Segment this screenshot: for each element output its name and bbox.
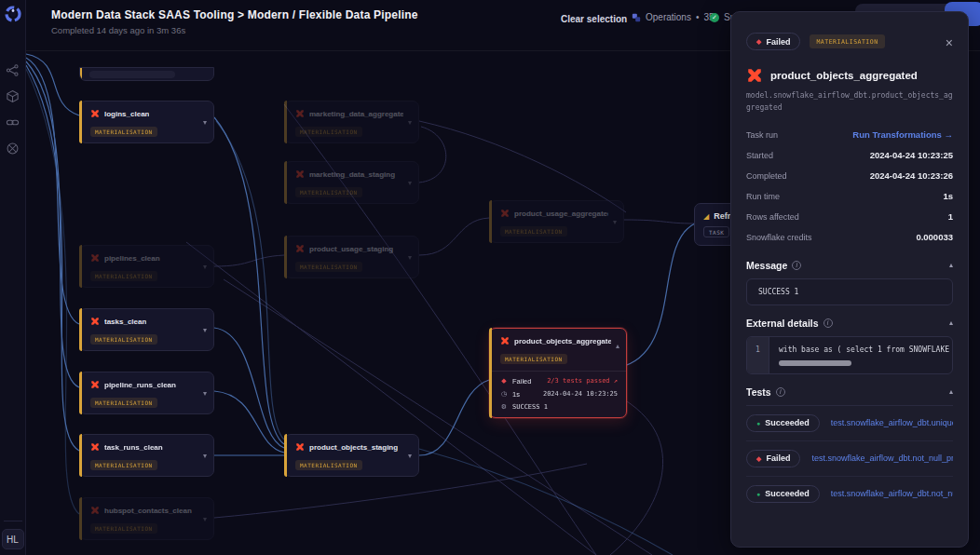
- node-stripe: [79, 372, 82, 414]
- dag-node-pipeline-runs-clean[interactable]: pipeline_runs_clean MATERIALISATION ▾: [79, 372, 214, 414]
- dbt-icon: [90, 442, 100, 452]
- message-section: Message i ▴ SUCCESS 1: [746, 260, 953, 305]
- chevron-down-icon[interactable]: ▾: [203, 118, 207, 127]
- failed-diamond-icon: ◆: [756, 455, 761, 462]
- materialisation-badge: MATERIALISATION: [295, 262, 362, 272]
- chevron-down-icon[interactable]: ▾: [408, 179, 412, 187]
- operations-label: Operations: [646, 12, 691, 22]
- info-icon[interactable]: i: [823, 318, 833, 328]
- chevron-down-icon[interactable]: ▾: [408, 452, 412, 460]
- materialisation-badge: MATERIALISATION: [500, 354, 567, 364]
- operations-counter[interactable]: Operations • 35: [632, 12, 715, 22]
- sql-code-box: 1 with base as ( select 1 from SNOWFLAKE: [746, 336, 953, 374]
- external-details-section: External details i ▴ 1 with base as ( se…: [746, 318, 953, 374]
- dag-node-product-objects-aggregated-selected[interactable]: product_objects_aggregated ▴ MATERIALISA…: [489, 328, 627, 418]
- settings-wheel-icon[interactable]: [6, 142, 20, 156]
- node-label: hubspot_contacts_clean: [104, 507, 192, 515]
- failed-diamond-icon: ◆: [500, 377, 508, 385]
- dag-node-marketing-data-aggregated[interactable]: marketing_data_aggregated MATERIALISATIO…: [284, 101, 419, 143]
- materialisation-badge: MATERIALISATION: [295, 127, 362, 137]
- test-link[interactable]: test.snowflake_airflow_dbt.not_null_pr: [831, 489, 953, 498]
- collapse-icon[interactable]: ▴: [949, 261, 953, 269]
- details-panel: ◆ Failed MATERIALISATION × product_objec…: [730, 11, 969, 548]
- gear-icon: ⚙: [500, 403, 508, 411]
- node-stripe: [284, 236, 287, 278]
- success-check-icon: ✓: [710, 13, 719, 22]
- node-label: logins_clean: [104, 110, 149, 118]
- dag-node-product-usage-staging[interactable]: product_usage_staging MATERIALISATION ▾: [284, 236, 419, 278]
- panel-title: product_objects_aggregated: [770, 70, 918, 81]
- info-icon[interactable]: i: [776, 387, 785, 397]
- dbt-icon: [295, 109, 305, 118]
- chevron-down-icon[interactable]: ▾: [408, 118, 412, 127]
- panel-model-path: model.snowflake_airflow_dbt.product_obje…: [746, 90, 955, 115]
- clock-icon: ◷: [500, 390, 508, 398]
- node-runtime: 1s: [512, 390, 520, 399]
- dag-node-partial[interactable]: [79, 67, 214, 81]
- field-row-rows-affected: Rows affected 1: [746, 207, 953, 227]
- dag-node-product-usage-aggregated[interactable]: product_usage_aggregated MATERIALISATION…: [489, 200, 624, 243]
- line-number: 1: [747, 337, 769, 373]
- products-cube-icon[interactable]: [6, 89, 20, 103]
- chevron-down-icon[interactable]: ▾: [613, 218, 617, 226]
- dag-node-marketing-data-staging[interactable]: marketing_data_staging MATERIALISATION ▾: [284, 161, 419, 204]
- dag-node-product-objects-staging[interactable]: product_objects_staging MATERIALISATION …: [284, 434, 419, 477]
- node-status-row: ◆ Failed 2/3 tests passed ↗: [490, 374, 626, 387]
- node-label: task_runs_clean: [104, 443, 163, 452]
- dbt-icon: [295, 169, 305, 179]
- run-transformations-link[interactable]: Run Transformations →: [852, 129, 953, 140]
- materialisation-badge: MATERIALISATION: [295, 187, 362, 197]
- node-message-row: ⚙ SUCCESS 1: [490, 400, 626, 413]
- test-row: ◆ Failed test.snowflake_airflow_dbt.not_…: [746, 441, 953, 477]
- collapse-icon[interactable]: ▴: [949, 318, 953, 327]
- node-stripe: [489, 328, 492, 418]
- tests-section-title: Tests: [746, 386, 771, 398]
- node-label: marketing_data_aggregated: [309, 110, 403, 118]
- arrow-up-right-icon: ↗: [614, 377, 618, 385]
- node-runtime-row: ◷ 1s 2024-04-24 10:23:25: [490, 387, 626, 400]
- node-stripe: [79, 101, 82, 143]
- user-avatar[interactable]: HL: [2, 529, 24, 549]
- sidebar: HL: [0, 0, 26, 555]
- field-row-started: Started 2024-04-24 10:23:25: [746, 145, 953, 166]
- task-logo-icon: ◢: [703, 212, 709, 221]
- test-link[interactable]: test.snowflake_airflow_dbt.not_null_pr: [811, 453, 953, 463]
- chevron-down-icon[interactable]: ▾: [203, 515, 207, 523]
- succeeded-dot-icon: ●: [756, 420, 760, 426]
- integrations-link-icon[interactable]: [6, 115, 20, 129]
- chevron-down-icon[interactable]: ▾: [203, 389, 207, 398]
- dag-node-pipelines-clean[interactable]: pipelines_clean MATERIALISATION ▾: [79, 245, 214, 288]
- node-stripe: [79, 308, 82, 351]
- dbt-icon: [90, 380, 100, 389]
- chevron-down-icon[interactable]: ▾: [203, 326, 207, 334]
- horizontal-scrollbar[interactable]: [779, 360, 851, 366]
- chevron-down-icon[interactable]: ▾: [408, 253, 412, 262]
- test-status-badge: ◆ Failed: [746, 450, 800, 467]
- app-logo-icon[interactable]: [5, 6, 21, 22]
- collapse-icon[interactable]: ▴: [949, 387, 953, 396]
- pipelines-graph-icon[interactable]: [6, 63, 20, 77]
- dag-node-tasks-clean[interactable]: tasks_clean MATERIALISATION ▾: [79, 308, 214, 351]
- collapse-icon[interactable]: ▴: [616, 342, 619, 350]
- field-row-run-time: Run time 1s: [746, 186, 953, 207]
- node-status-label: Failed: [512, 377, 531, 386]
- dbt-icon: [90, 109, 100, 118]
- node-message: SUCCESS 1: [512, 403, 548, 411]
- chevron-down-icon[interactable]: ▾: [203, 263, 207, 271]
- dag-node-task-runs-clean[interactable]: task_runs_clean MATERIALISATION ▾: [79, 434, 214, 477]
- materialisation-badge: MATERIALISATION: [500, 226, 567, 237]
- chevron-down-icon[interactable]: ▾: [203, 452, 207, 460]
- materialisation-badge: MATERIALISATION: [90, 523, 157, 534]
- close-icon[interactable]: ×: [946, 36, 953, 49]
- dag-node-hubspot-contacts-clean[interactable]: hubspot_contacts_clean MATERIALISATION ▾: [79, 497, 214, 540]
- panel-fields: Task run Run Transformations → Started 2…: [746, 125, 953, 248]
- materialisation-badge: MATERIALISATION: [90, 271, 157, 281]
- node-divider: [490, 371, 626, 372]
- clear-selection-button[interactable]: Clear selection: [561, 14, 627, 24]
- tests-summary-link[interactable]: 2/3 tests passed ↗: [547, 377, 618, 385]
- status-badge: ◆ Failed: [746, 33, 800, 50]
- node-stripe: [284, 101, 287, 143]
- dag-node-logins-clean[interactable]: logins_clean MATERIALISATION ▾: [79, 101, 214, 143]
- info-icon[interactable]: i: [792, 261, 801, 270]
- test-link[interactable]: test.snowflake_airflow_dbt.unique_pro: [831, 418, 953, 427]
